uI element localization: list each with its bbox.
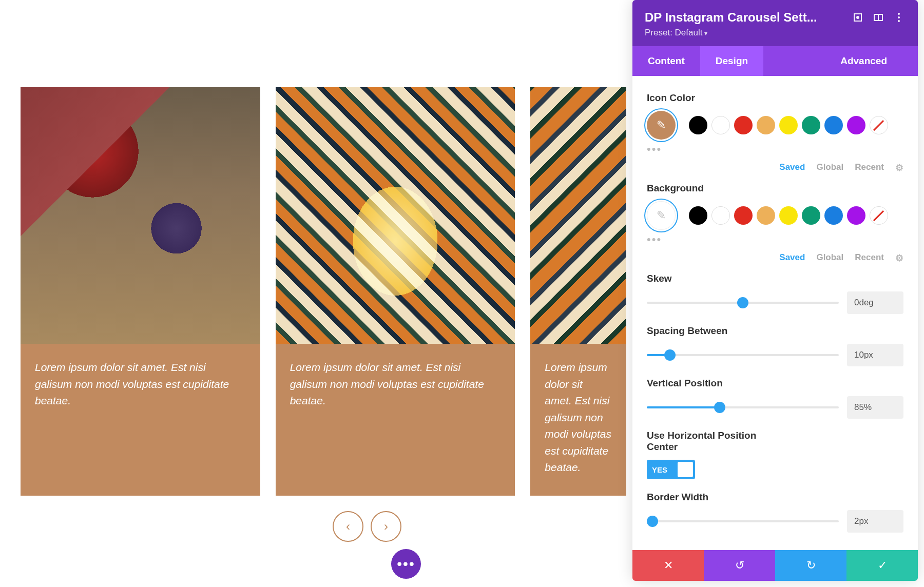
toggle-label: YES	[652, 465, 667, 474]
skew-value[interactable]: 0deg	[847, 291, 903, 314]
color-swatch-red[interactable]	[734, 116, 753, 134]
card-caption: Lorem ipsum dolor sit amet. Est nisi gal…	[276, 344, 515, 429]
undo-button[interactable]: ↺	[704, 550, 775, 581]
carousel-card[interactable]: Lorem ipsum dolor sit amet. Est nisi gal…	[276, 87, 515, 496]
vertical-position-slider[interactable]	[647, 406, 839, 408]
carousel-nav: ‹ ›	[108, 511, 626, 542]
color-swatch-green[interactable]	[802, 206, 820, 225]
carousel-card[interactable]: Lorem ipsum dolor sit amet. Est nisi gal…	[530, 87, 626, 496]
vertical-position-value[interactable]: 85%	[847, 396, 903, 419]
skew-label: Skew	[647, 273, 903, 284]
border-width-label: Border Width	[647, 492, 903, 503]
color-swatch-white[interactable]	[711, 116, 730, 134]
cancel-button[interactable]: ✕	[632, 550, 704, 581]
icon-color-label: Icon Color	[647, 92, 903, 104]
color-tab-saved[interactable]: Saved	[779, 252, 805, 264]
gear-icon[interactable]: ⚙	[895, 162, 903, 173]
color-tab-global[interactable]: Global	[816, 252, 843, 264]
more-colors[interactable]: •••	[647, 143, 903, 156]
settings-panel: DP Instagram Carousel Sett... Preset: De…	[632, 0, 918, 581]
panel-tabs: Content Design Advanced	[632, 46, 918, 76]
menu-icon[interactable]	[892, 11, 906, 24]
tab-design[interactable]: Design	[700, 46, 763, 76]
color-swatch-purple[interactable]	[847, 116, 865, 134]
panel-body[interactable]: Icon Color ✎ ••• Saved Global Recent ⚙ B…	[632, 76, 918, 550]
spacing-value[interactable]: 10px	[847, 344, 903, 366]
color-tab-recent[interactable]: Recent	[855, 252, 884, 264]
border-width-slider[interactable]	[647, 520, 839, 522]
color-swatch-blue[interactable]	[824, 116, 843, 134]
more-colors[interactable]: •••	[647, 233, 903, 246]
color-swatch-yellow[interactable]	[779, 116, 798, 134]
svg-point-1	[857, 16, 859, 18]
expand-icon[interactable]	[851, 11, 864, 24]
color-swatch-blue[interactable]	[824, 206, 843, 225]
svg-point-5	[898, 16, 900, 18]
save-button[interactable]: ✓	[846, 550, 918, 581]
color-tab-global[interactable]: Global	[816, 162, 843, 173]
carousel-cards: Lorem ipsum dolor sit amet. Est nisi gal…	[21, 87, 626, 496]
color-swatch-black[interactable]	[689, 206, 707, 225]
color-swatch-red[interactable]	[734, 206, 753, 225]
spacing-label: Spacing Between	[647, 325, 903, 337]
horizontal-center-label: Use Horizontal Position Center	[647, 430, 780, 453]
card-image	[530, 87, 626, 344]
card-caption: Lorem ipsum dolor sit amet. Est nisi gal…	[530, 344, 626, 496]
color-swatch-none[interactable]	[870, 206, 888, 225]
tab-advanced[interactable]: Advanced	[825, 46, 902, 76]
color-swatch-green[interactable]	[802, 116, 820, 134]
tab-content[interactable]: Content	[632, 46, 700, 76]
card-image	[21, 87, 260, 344]
color-source-tabs: Saved Global Recent ⚙	[647, 252, 903, 264]
page-options-fab[interactable]: •••	[391, 549, 421, 579]
carousel: Lorem ipsum dolor sit amet. Est nisi gal…	[21, 87, 626, 542]
snap-icon[interactable]	[872, 11, 885, 24]
dots-icon: •••	[397, 556, 415, 572]
vertical-position-label: Vertical Position	[647, 378, 903, 389]
panel-header: DP Instagram Carousel Sett... Preset: De…	[632, 0, 918, 46]
color-source-tabs: Saved Global Recent ⚙	[647, 162, 903, 173]
color-tab-recent[interactable]: Recent	[855, 162, 884, 173]
horizontal-center-toggle[interactable]: YES	[647, 460, 695, 479]
svg-point-6	[898, 20, 900, 22]
toggle-knob	[678, 462, 693, 477]
color-swatch-purple[interactable]	[847, 206, 865, 225]
color-swatch-yellow[interactable]	[779, 206, 798, 225]
gear-icon[interactable]: ⚙	[895, 252, 903, 264]
redo-button[interactable]: ↻	[775, 550, 846, 581]
background-color-picker[interactable]: ✎	[647, 201, 676, 230]
color-swatch-black[interactable]	[689, 116, 707, 134]
background-label: Background	[647, 183, 903, 194]
panel-title: DP Instagram Carousel Sett...	[645, 10, 844, 25]
color-swatch-orange[interactable]	[757, 116, 775, 134]
svg-point-4	[898, 13, 900, 15]
color-swatch-orange[interactable]	[757, 206, 775, 225]
carousel-card[interactable]: Lorem ipsum dolor sit amet. Est nisi gal…	[21, 87, 260, 496]
panel-footer: ✕ ↺ ↻ ✓	[632, 550, 918, 581]
card-caption: Lorem ipsum dolor sit amet. Est nisi gal…	[21, 344, 260, 429]
border-width-value[interactable]: 2px	[847, 510, 903, 533]
color-tab-saved[interactable]: Saved	[779, 162, 805, 173]
preset-selector[interactable]: Preset: Default	[645, 28, 906, 38]
background-color-row: ✎	[647, 201, 903, 230]
next-button[interactable]: ›	[371, 511, 401, 542]
color-swatch-white[interactable]	[711, 206, 730, 225]
spacing-slider[interactable]	[647, 354, 839, 356]
icon-color-picker[interactable]: ✎	[647, 111, 676, 140]
eyedropper-icon: ✎	[657, 209, 666, 222]
card-image	[276, 87, 515, 344]
prev-button[interactable]: ‹	[333, 511, 363, 542]
skew-slider[interactable]	[647, 302, 839, 304]
icon-color-row: ✎	[647, 111, 903, 140]
color-swatch-none[interactable]	[870, 116, 888, 134]
eyedropper-icon: ✎	[657, 119, 666, 132]
